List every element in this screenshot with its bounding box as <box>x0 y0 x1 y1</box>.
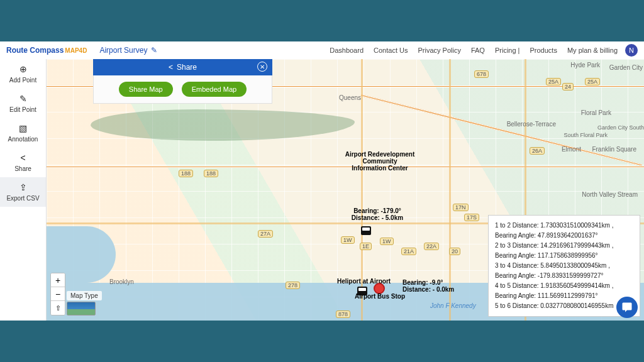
info-line: 5 to 6 Distance: 0.03277080800146955km <box>495 301 633 311</box>
info-line: 1 to 2 Distance: 1.7303031510009341km , <box>495 221 633 231</box>
info-line: 4 to 5 Distance: 1.9183560549999414km , <box>495 281 633 291</box>
nav-faq[interactable]: FAQ <box>471 47 485 54</box>
share-icon: < <box>169 63 173 72</box>
place-label: Garden City South <box>597 124 644 131</box>
route-badge: 17S <box>464 214 479 221</box>
route-badge: 26A <box>530 147 545 155</box>
route-badge: 1W <box>380 238 394 245</box>
brand-sub: MAP4D <box>65 47 87 54</box>
route-badge: 878 <box>336 310 350 318</box>
airport-label: John F Kennedy <box>430 302 476 309</box>
route-badge: 25A <box>546 78 561 85</box>
comment-icon: ▧ <box>19 123 27 133</box>
route-badge: 21A <box>401 248 416 255</box>
info-line: Bearing Angle: 117.1758638999956° <box>495 251 633 261</box>
brand-main: Route Compass <box>6 46 64 55</box>
tool-label: Share <box>14 165 31 172</box>
compass-button[interactable]: ⇧ <box>51 301 65 315</box>
place-label: South Floral Park <box>564 132 608 138</box>
nav-links: Dashboard Contact Us Privacy Policy FAQ … <box>330 47 618 54</box>
tool-label: Annotation <box>8 136 38 143</box>
place-label: Hyde Park <box>570 62 600 69</box>
embed-map-button[interactable]: Embeded Map <box>182 82 247 97</box>
poi-bearing-block: Bearing: -179.0° Distance: - 5.0km <box>333 207 421 221</box>
nav-dashboard[interactable]: Dashboard <box>330 47 364 54</box>
poi-line: Bearing: -179.0° <box>333 207 421 214</box>
route-badge: 24 <box>562 83 574 90</box>
survey-title[interactable]: Airport Survey ✎ <box>99 46 157 55</box>
tool-add-point[interactable]: ⊕ Add Point <box>0 59 46 89</box>
poi-line: Airport Redevelopment <box>317 151 443 158</box>
share-panel: < Share ✕ Share Map Embeded Map <box>93 59 272 104</box>
close-icon[interactable]: ✕ <box>257 62 267 72</box>
bus-icon <box>361 226 371 235</box>
route-badge: 1E <box>360 243 372 250</box>
main: ⊕ Add Point ✎ Edit Point ▧ Annotation < … <box>0 59 644 321</box>
place-label: Elmont <box>562 146 581 153</box>
route-badge: 27A <box>258 230 273 238</box>
tool-label: Edit Point <box>9 106 36 113</box>
zoom-out-button[interactable]: − <box>51 287 65 301</box>
avatar-initial: N <box>629 47 634 54</box>
info-line: 2 to 3 Distance: 14.291696179999443km , <box>495 241 633 251</box>
poi-line: Distance: - 0.0km <box>402 286 454 293</box>
brand-logo[interactable]: Route Compass MAP4D <box>6 46 87 55</box>
map-type-thumbnail[interactable] <box>67 302 96 315</box>
zoom-in-button[interactable]: + <box>51 273 65 287</box>
route-badge: 188 <box>204 170 218 177</box>
route-badge: 17N <box>453 204 469 211</box>
tool-export-csv[interactable]: ⇪ Export CSV <box>0 177 46 207</box>
app-root: Route Compass MAP4D Airport Survey ✎ Das… <box>0 41 644 321</box>
place-label: Queens <box>339 94 361 101</box>
tool-edit-point[interactable]: ✎ Edit Point <box>0 89 46 118</box>
place-label: North Valley Stream <box>582 191 638 198</box>
nav-products[interactable]: Products <box>530 47 557 54</box>
pencil-icon[interactable]: ✎ <box>151 46 157 55</box>
poi-bearing-block: Bearing: -9.0° Distance: - 0.0km <box>402 279 454 293</box>
info-line: Bearing Angle: 111.5699112999791° <box>495 291 633 301</box>
map-type-label[interactable]: Map Type <box>67 291 102 300</box>
map-canvas[interactable]: Hyde Park Garden City Floral Park Beller… <box>47 59 644 321</box>
poi-line: Information Center <box>317 165 443 172</box>
poi-line: Community <box>317 158 443 165</box>
poi-bus-stop: Airport Bus Stop <box>355 293 405 300</box>
share-map-button[interactable]: Share Map <box>119 82 173 97</box>
avatar[interactable]: N <box>625 44 638 57</box>
info-line: 3 to 4 Distance: 5.849501338000945km , <box>495 261 633 271</box>
share-icon: < <box>20 153 25 163</box>
nav-contact[interactable]: Contact Us <box>374 47 408 54</box>
nav-plan[interactable]: My plan & billing <box>567 47 618 54</box>
route-badge: 678 <box>474 70 489 78</box>
top-nav: Route Compass MAP4D Airport Survey ✎ Das… <box>0 41 644 59</box>
poi-info-center: Airport Redevelopment Community Informat… <box>317 151 443 172</box>
route-badge: 278 <box>286 282 300 289</box>
nav-privacy[interactable]: Privacy Policy <box>418 47 460 54</box>
tool-label: Add Point <box>9 77 36 84</box>
export-icon: ⇪ <box>19 182 27 192</box>
share-panel-title: Share <box>177 63 197 72</box>
route-badge: 25A <box>585 78 600 85</box>
place-label: Brooklyn <box>109 278 134 285</box>
info-line: Bearing Angle: -179.83931599999727° <box>495 271 633 281</box>
zoom-control: + − ⇧ <box>50 273 65 315</box>
chat-button[interactable] <box>616 297 638 318</box>
poi-line: Bearing: -9.0° <box>402 279 454 286</box>
nav-pricing[interactable]: Pricing | <box>495 47 520 54</box>
share-panel-header: < Share ✕ <box>93 59 272 75</box>
place-label: Floral Park <box>581 109 611 116</box>
place-label: Bellerose-Terrace <box>507 121 556 128</box>
survey-title-text: Airport Survey <box>99 46 147 55</box>
chat-icon <box>621 302 633 313</box>
info-line: Bearing Angle: 47.89193642001637° <box>495 231 633 241</box>
poi-line: Distance: - 5.0km <box>333 214 421 221</box>
tool-share[interactable]: < Share <box>0 148 46 177</box>
route-badge: 20 <box>449 248 460 255</box>
tool-label: Export CSV <box>6 195 39 202</box>
route-badge: 188 <box>179 170 193 177</box>
left-toolbar: ⊕ Add Point ✎ Edit Point ▧ Annotation < … <box>0 59 47 321</box>
tool-annotation[interactable]: ▧ Annotation <box>0 118 46 148</box>
share-panel-body: Share Map Embeded Map <box>93 75 272 104</box>
place-label: Franklin Square <box>592 146 636 153</box>
pencil-icon: ✎ <box>19 94 27 104</box>
route-badge: 1W <box>341 236 355 244</box>
